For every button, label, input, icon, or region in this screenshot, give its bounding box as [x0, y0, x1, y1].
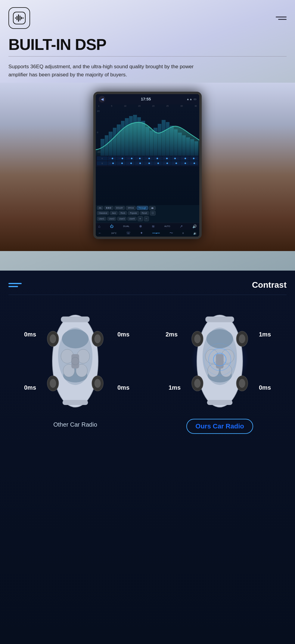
- logo-box[interactable]: [8, 7, 30, 29]
- svg-text:0: 0: [97, 131, 98, 134]
- fan-slider[interactable]: ━━●━━: [152, 232, 160, 235]
- airdir-icon[interactable]: ↗: [180, 224, 183, 228]
- svg-text:20: 20: [97, 110, 100, 112]
- back-nav-button[interactable]: ←: [98, 231, 102, 235]
- eq-slider-q-1[interactable]: [108, 161, 116, 165]
- contrast-title: Contrast: [252, 280, 287, 290]
- svg-point-23: [95, 379, 101, 388]
- eq-numbers-top: 1 5 10 15 20 25 30 36: [96, 104, 199, 108]
- airflow-icon[interactable]: ≋: [152, 224, 155, 228]
- rock-button[interactable]: Rock: [119, 211, 127, 215]
- power-button[interactable]: ⏻: [110, 224, 113, 228]
- ctrl-row-1: dts BBD DOLBY SRS⊕ Through ◀▶: [97, 206, 198, 210]
- delay-br-right: 0ms: [259, 384, 271, 391]
- dolby-button[interactable]: DOLBY: [114, 206, 125, 210]
- bbd-button[interactable]: BBD: [104, 206, 113, 210]
- popular-button[interactable]: Popular: [128, 211, 139, 215]
- minus-button[interactable]: −: [144, 216, 149, 221]
- svg-point-21: [95, 334, 101, 343]
- srs-button[interactable]: SRS⊕: [126, 206, 135, 210]
- svg-rect-4: [20, 16, 20, 20]
- svg-rect-5: [21, 17, 22, 19]
- eq-slider-cell[interactable]: G: [97, 156, 107, 161]
- eq-slider-row-1: G: [97, 156, 198, 161]
- eq-slider-g-7[interactable]: [162, 156, 171, 161]
- eq-slider-g-4[interactable]: [135, 156, 144, 161]
- eq-graph-area: 1 5 10 15 20 25 30 36: [96, 104, 199, 205]
- delay-tr-right: 1ms: [259, 331, 271, 338]
- svg-rect-28: [71, 354, 79, 369]
- arrows-button[interactable]: ◀▶: [149, 206, 156, 210]
- jazz-button[interactable]: Jazz: [110, 211, 118, 215]
- eq-slider-g-8[interactable]: [171, 156, 180, 161]
- eq-slider-q-7[interactable]: [162, 161, 171, 165]
- ours-car-radio-button[interactable]: Ours Car Radio: [186, 419, 253, 434]
- eq-slider-q-6[interactable]: [153, 161, 162, 165]
- screen-bottom-navbar2: ← 24°C ☏ ✦ ━━●━━ 〜 0 🔉: [96, 230, 199, 237]
- battery-icon: ▭: [194, 97, 196, 101]
- car-body-left: 0ms 0ms 0ms 0ms: [39, 307, 111, 415]
- info-button[interactable]: ⓘ: [150, 211, 156, 216]
- radio-screen: ◀ 17:55 ▲▲ ▭ 1 5 10 15 20: [93, 92, 202, 239]
- eq-slider-q-10[interactable]: [189, 161, 198, 165]
- eq-slider-cell-q[interactable]: Q: [97, 161, 107, 165]
- screen-back-button[interactable]: ◀: [99, 96, 105, 103]
- svg-rect-2: [17, 16, 17, 20]
- eq-slider-q-3[interactable]: [126, 161, 135, 165]
- svg-rect-15: [63, 400, 88, 405]
- eq-slider-q-8[interactable]: [171, 161, 180, 165]
- phone-icon[interactable]: ☏: [126, 231, 131, 235]
- user3-button[interactable]: User3: [117, 217, 126, 221]
- fan-icon[interactable]: ✦: [140, 231, 143, 235]
- svg-point-12: [62, 329, 89, 348]
- user2-button[interactable]: User2: [107, 217, 116, 221]
- delay-bl-left: 0ms: [24, 384, 36, 391]
- home-button[interactable]: ⌂: [98, 224, 100, 228]
- svg-point-22: [50, 379, 56, 388]
- delay-br-left: 0ms: [117, 384, 129, 391]
- svg-rect-6: [23, 17, 23, 19]
- car-body-right: 2ms 1ms 1ms 0ms: [184, 307, 256, 415]
- through-button[interactable]: Through: [137, 206, 148, 210]
- control-buttons-area: dts BBD DOLBY SRS⊕ Through ◀▶ Classical …: [96, 205, 199, 223]
- screen-time: 17:55: [141, 97, 151, 101]
- vol-down-icon[interactable]: 🔉: [193, 232, 197, 235]
- eq-slider-g-6[interactable]: [153, 156, 162, 161]
- temp-display: 24°C: [111, 232, 116, 235]
- dts-button[interactable]: dts: [97, 206, 103, 210]
- car-svg-left: [39, 307, 111, 415]
- top-section: BUILT-IN DSP Supports 36EQ adjustment, a…: [0, 0, 295, 271]
- logo-icon: [13, 11, 26, 25]
- eq-slider-g-1[interactable]: [108, 156, 116, 161]
- plus-button[interactable]: +: [138, 216, 143, 221]
- svg-point-43: [194, 334, 200, 343]
- eq-slider-q-5[interactable]: [144, 161, 153, 165]
- heat-icon[interactable]: 〜: [169, 231, 173, 236]
- eq-slider-g-2[interactable]: [117, 156, 126, 161]
- reset-button[interactable]: Reset: [140, 211, 149, 215]
- car-item-right: 2ms 1ms 1ms 0ms: [175, 307, 265, 434]
- svg-rect-51: [216, 354, 223, 369]
- classical-button[interactable]: Classical: [97, 211, 109, 215]
- snowflake-icon[interactable]: ❄: [139, 224, 142, 228]
- svg-text:-20: -20: [97, 151, 101, 153]
- eq-slider-g-3[interactable]: [126, 156, 135, 161]
- user5-button[interactable]: User5: [127, 217, 137, 221]
- eq-slider-g-10[interactable]: [189, 156, 198, 161]
- hamburger-menu-button[interactable]: [276, 17, 287, 20]
- page-title: BUILT-IN DSP: [0, 34, 295, 56]
- eq-slider-q-2[interactable]: [117, 161, 126, 165]
- user1-button[interactable]: User1: [97, 217, 106, 221]
- eq-slider-g-9[interactable]: [180, 156, 189, 161]
- auto-label: AUTO: [164, 225, 170, 227]
- ctrl-row-3: User1 User2 User3 User5 + −: [97, 216, 198, 221]
- svg-rect-37: [205, 317, 234, 322]
- svg-point-46: [239, 379, 245, 388]
- contrast-header: Contrast: [0, 271, 295, 295]
- eq-slider-g-5[interactable]: [144, 156, 153, 161]
- vol-up-icon[interactable]: 🔊: [192, 224, 197, 228]
- svg-point-20: [50, 334, 56, 343]
- eq-slider-q-4[interactable]: [135, 161, 144, 165]
- eq-slider-q-9[interactable]: [180, 161, 189, 165]
- svg-point-45: [194, 379, 200, 388]
